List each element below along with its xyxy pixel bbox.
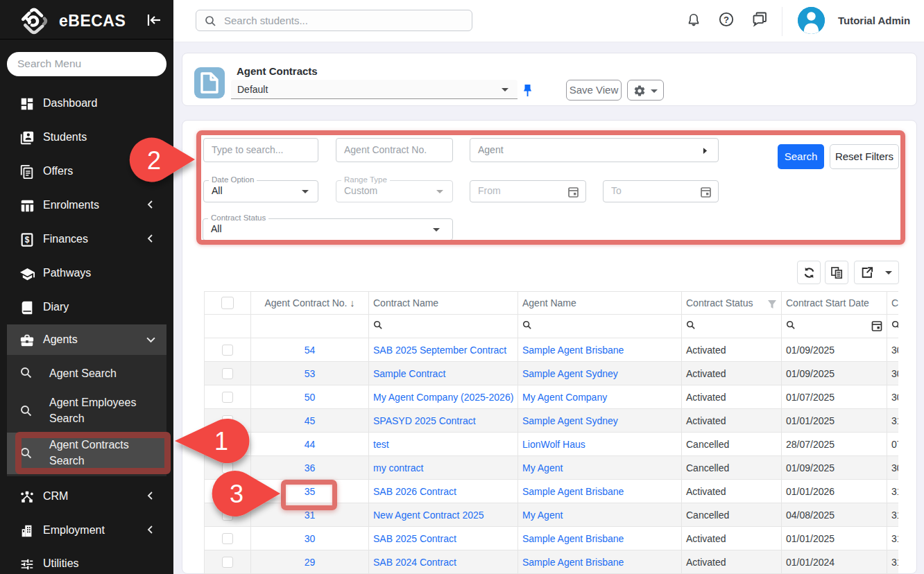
svg-text:?: ? xyxy=(724,15,729,25)
svg-text:$: $ xyxy=(25,235,30,245)
